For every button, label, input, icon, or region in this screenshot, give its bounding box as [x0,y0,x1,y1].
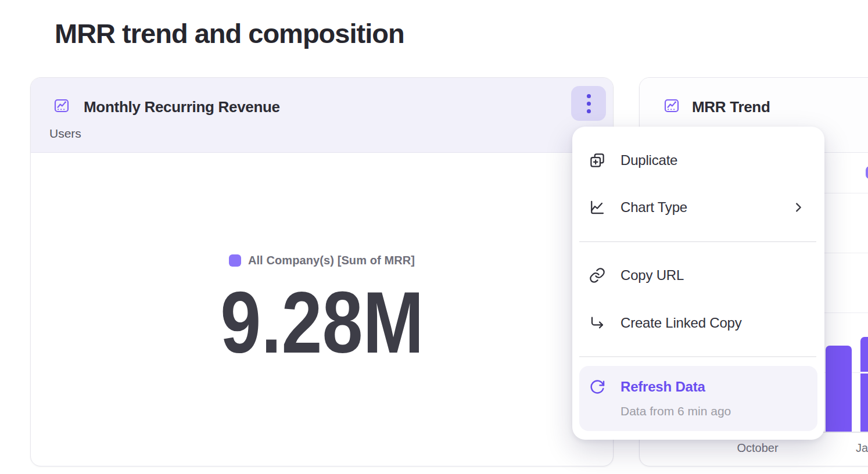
link-icon [589,267,606,284]
chart-widget-icon [663,97,680,114]
menu-item-create-linked-copy[interactable]: Create Linked Copy [572,306,824,340]
menu-item-label: Chart Type [620,199,687,216]
menu-item-label: Create Linked Copy [620,315,742,331]
refresh-icon [589,378,606,396]
card-options-menu: Duplicate Chart Type Copy URL [572,127,824,440]
kpi-legend: All Company(s) [Sum of MRR] [229,254,415,267]
kpi-body: All Company(s) [Sum of MRR] 9.28M [31,153,613,466]
card-options-kebab-button[interactable] [571,86,606,121]
menu-item-label: Refresh Data [620,379,705,395]
menu-item-chart-type[interactable]: Chart Type [572,190,824,225]
chart-widget-icon [53,97,70,114]
mrr-number-card-header: Monthly Recurring Revenue Users [31,78,613,153]
page-title: MRR trend and composition [55,17,404,49]
menu-divider [579,356,816,357]
kpi-value: 9.28M [220,279,424,366]
menu-divider [579,241,816,242]
trend-bar-segment [860,374,868,432]
mrr-number-card: Monthly Recurring Revenue Users All Comp… [30,77,614,466]
chart-type-icon [589,199,606,216]
card-title: Monthly Recurring Revenue [84,98,280,116]
x-axis-label-october: October [714,441,801,455]
menu-item-copy-url[interactable]: Copy URL [572,258,824,293]
trend-bar-segment [826,346,852,432]
x-axis-label-january: Ja [856,441,868,455]
linked-copy-arrow-icon [589,314,606,332]
kebab-dot [587,94,591,98]
card-subtitle: Users [49,126,81,141]
menu-item-refresh-data[interactable]: Refresh Data Data from 6 min ago [579,366,817,431]
card-title: MRR Trend [692,98,770,116]
legend-swatch [229,254,241,267]
trend-bar-segment [860,337,868,372]
menu-item-duplicate[interactable]: Duplicate [572,143,824,178]
chevron-right-icon [792,201,805,214]
legend-swatch [866,166,868,179]
menu-item-label: Duplicate [620,152,677,168]
kebab-dot [587,109,591,113]
kebab-dot [587,102,591,106]
duplicate-icon [589,152,606,169]
menu-item-label: Copy URL [620,267,684,283]
refresh-data-age: Data from 6 min ago [620,404,731,418]
legend-label: All Company(s) [Sum of MRR] [248,254,415,267]
